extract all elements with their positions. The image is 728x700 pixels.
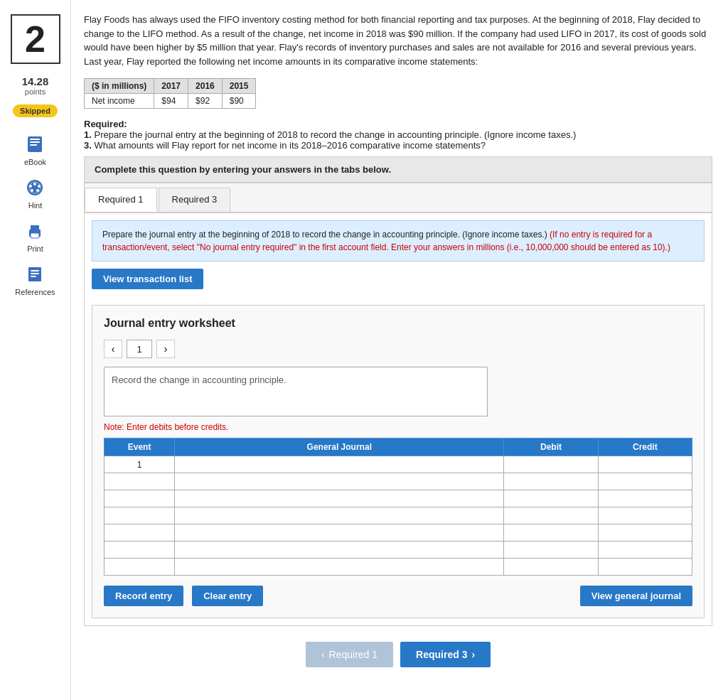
journal-row [105, 473, 692, 490]
info-normal-text: Prepare the journal entry at the beginni… [102, 230, 550, 239]
references-label: References [15, 288, 55, 296]
credit-input[interactable] [601, 544, 690, 556]
credit-input[interactable] [601, 493, 690, 505]
journal-input[interactable] [177, 459, 501, 470]
credit-input[interactable] [601, 459, 690, 470]
journal-row: 1 [105, 456, 692, 473]
journal-input[interactable] [177, 527, 501, 539]
svg-rect-3 [30, 144, 37, 146]
debit-input[interactable] [506, 476, 595, 488]
debit-input[interactable] [506, 561, 595, 573]
journal-row [105, 490, 692, 507]
journal-cell-journal[interactable] [175, 456, 504, 473]
view-general-journal-button[interactable]: View general journal [580, 586, 692, 606]
sidebar-tools: eBook Hint [15, 133, 55, 296]
journal-header-debit: Debit [504, 438, 598, 456]
hint-icon [23, 176, 46, 199]
svg-rect-13 [31, 233, 39, 238]
journal-cell-debit[interactable] [504, 507, 598, 524]
journal-cell-credit[interactable] [598, 473, 692, 490]
journal-cell-credit[interactable] [598, 524, 692, 542]
journal-input[interactable] [177, 544, 501, 556]
journal-cell-credit[interactable] [598, 542, 692, 559]
svg-rect-2 [30, 141, 40, 143]
tabs-row: Required 1 Required 3 [85, 183, 712, 213]
income-row-0-3: $90 [222, 94, 256, 109]
journal-cell-journal[interactable] [175, 524, 504, 542]
journal-row [105, 524, 692, 542]
prev-arrow-icon: ‹ [321, 649, 325, 660]
debit-input[interactable] [506, 527, 595, 539]
view-transaction-button[interactable]: View transaction list [92, 269, 203, 289]
income-table-header-0: ($ in millions) [85, 79, 154, 94]
required-item-3: 3. What amounts will Flay report for net… [84, 140, 486, 151]
points-label: points [22, 87, 49, 96]
journal-cell-journal[interactable] [175, 490, 504, 507]
credit-input[interactable] [601, 527, 690, 539]
record-desc-text: Record the change in accounting principl… [112, 375, 287, 385]
page-nav: ‹ 1 › [104, 340, 692, 358]
credit-input[interactable] [601, 561, 690, 573]
credit-input[interactable] [601, 476, 690, 488]
journal-input[interactable] [177, 510, 501, 522]
prev-page-button[interactable]: ‹ [104, 340, 122, 358]
question-number: 2 [11, 14, 60, 64]
journal-cell-journal[interactable] [175, 542, 504, 559]
svg-point-10 [36, 189, 39, 192]
page-number: 1 [127, 340, 152, 358]
tab-section: Required 1 Required 3 Prepare the journa… [84, 183, 712, 626]
journal-header-credit: Credit [598, 438, 692, 456]
journal-row [105, 507, 692, 524]
journal-cell-journal[interactable] [175, 473, 504, 490]
print-label: Print [27, 244, 43, 253]
sidebar-tool-ebook[interactable]: eBook [23, 133, 46, 166]
bottom-nav: ‹ Required 1 Required 3 › [84, 642, 712, 682]
journal-cell-debit[interactable] [504, 559, 598, 576]
record-entry-button[interactable]: Record entry [104, 586, 183, 606]
prev-required-button[interactable]: ‹ Required 1 [306, 642, 393, 667]
journal-header-general: General Journal [175, 438, 504, 456]
next-page-button[interactable]: › [156, 340, 175, 358]
next-required-button[interactable]: Required 3 › [400, 642, 491, 667]
journal-cell-event [105, 490, 175, 507]
tab-required1[interactable]: Required 1 [85, 188, 157, 212]
journal-cell-credit[interactable] [598, 490, 692, 507]
required-section: Required: 1. Prepare the journal entry a… [84, 119, 712, 151]
sidebar-tool-hint[interactable]: Hint [23, 176, 46, 210]
income-table: ($ in millions) 2017 2016 2015 Net incom… [84, 78, 256, 109]
journal-cell-debit[interactable] [504, 542, 598, 559]
journal-row [105, 542, 692, 559]
debit-input[interactable] [506, 493, 595, 505]
journal-cell-debit[interactable] [504, 524, 598, 542]
ebook-label: eBook [24, 158, 46, 166]
journal-cell-journal[interactable] [175, 507, 504, 524]
journal-cell-debit[interactable] [504, 456, 598, 473]
clear-entry-button[interactable]: Clear entry [192, 586, 263, 606]
journal-cell-debit[interactable] [504, 473, 598, 490]
debit-input[interactable] [506, 544, 595, 556]
question-text: Flay Foods has always used the FIFO inve… [84, 13, 712, 68]
sidebar: 2 14.28 points Skipped eBook [0, 0, 71, 700]
journal-input[interactable] [177, 561, 501, 573]
journal-table-header-row: Event General Journal Debit Credit [105, 438, 692, 456]
journal-cell-credit[interactable] [598, 559, 692, 576]
journal-input[interactable] [177, 493, 501, 505]
journal-cell-journal[interactable] [175, 559, 504, 576]
journal-cell-credit[interactable] [598, 456, 692, 473]
journal-cell-debit[interactable] [504, 490, 598, 507]
income-row-0-1: $94 [154, 94, 188, 109]
tab-required3[interactable]: Required 3 [159, 188, 231, 212]
debit-input[interactable] [506, 459, 595, 470]
sidebar-tool-print[interactable]: Print [23, 220, 46, 253]
record-desc-box: Record the change in accounting principl… [104, 367, 488, 416]
sidebar-tool-references[interactable]: References [15, 263, 55, 296]
credit-input[interactable] [601, 510, 690, 522]
journal-input[interactable] [177, 476, 501, 488]
journal-cell-credit[interactable] [598, 507, 692, 524]
income-table-header-3: 2015 [222, 79, 256, 94]
points-value: 14.28 [22, 75, 49, 87]
svg-rect-12 [31, 225, 39, 230]
svg-point-6 [33, 183, 36, 185]
points-area: 14.28 points [22, 75, 49, 96]
debit-input[interactable] [506, 510, 595, 522]
